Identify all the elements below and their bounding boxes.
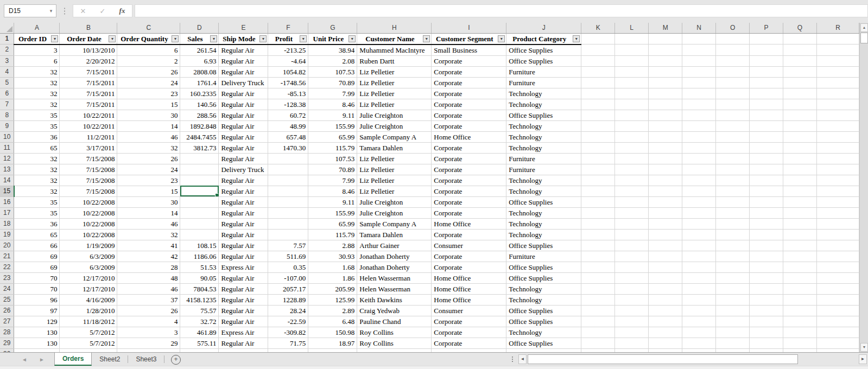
cell-E5[interactable]: Delivery Truck — [219, 77, 268, 88]
cell-J7[interactable]: Technology — [506, 99, 581, 110]
column-header-P[interactable]: P — [750, 23, 783, 33]
cell-H27[interactable]: Pauline Chand — [357, 316, 432, 327]
cell-J6[interactable]: Technology — [506, 88, 581, 99]
cell-P6[interactable] — [750, 88, 783, 99]
header-cell[interactable]: Product Category▾ — [506, 33, 581, 44]
row-header-29[interactable]: 29 — [0, 338, 14, 348]
cell-P7[interactable] — [750, 99, 783, 110]
cell-N11[interactable] — [682, 142, 716, 153]
cell-R5[interactable] — [816, 77, 859, 88]
cell-O8[interactable] — [716, 110, 750, 120]
cell-P24[interactable] — [750, 283, 783, 294]
cell-O12[interactable] — [716, 153, 750, 164]
cell-C2[interactable]: 6 — [117, 44, 180, 56]
cell-H21[interactable]: Jonathan Doherty — [357, 251, 432, 262]
cell-P13[interactable] — [750, 164, 783, 175]
cell-H6[interactable]: Liz Pelletier — [357, 88, 432, 99]
cell-N27[interactable] — [682, 316, 716, 327]
cell-F2[interactable]: -213.25 — [268, 44, 308, 56]
cell-A9[interactable]: 35 — [14, 120, 60, 131]
cell-G16[interactable]: 9.11 — [308, 196, 357, 207]
cell-A10[interactable]: 36 — [14, 131, 60, 142]
cell-F3[interactable]: -4.64 — [268, 55, 308, 66]
header-cell[interactable]: Sales▾ — [180, 33, 219, 44]
cell-N22[interactable] — [682, 262, 716, 272]
cell-H7[interactable]: Liz Pelletier — [357, 99, 432, 110]
cell-Q2[interactable] — [783, 44, 817, 56]
cell-P21[interactable] — [750, 251, 783, 262]
column-header-R[interactable]: R — [816, 23, 859, 33]
cell-F20[interactable]: 7.57 — [268, 240, 308, 251]
cell-A8[interactable]: 35 — [14, 110, 60, 120]
cell-O7[interactable] — [716, 99, 750, 110]
row-header-10[interactable]: 10 — [0, 131, 14, 142]
cell-K17[interactable] — [581, 207, 615, 218]
cell-F30[interactable] — [268, 348, 308, 352]
cell-H25[interactable]: Keith Dawkins — [357, 294, 432, 305]
column-header-I[interactable]: I — [432, 23, 506, 33]
cell-R7[interactable] — [816, 99, 859, 110]
cell-D20[interactable]: 108.15 — [180, 240, 219, 251]
cell-D15[interactable] — [180, 186, 219, 196]
cell-N10[interactable] — [682, 131, 716, 142]
cell-J11[interactable]: Technology — [506, 142, 581, 153]
cell-Q18[interactable] — [783, 218, 817, 229]
cell-C14[interactable]: 23 — [117, 175, 180, 186]
cell-J8[interactable]: Office Supplies — [506, 110, 581, 120]
cell-B21[interactable]: 6/3/2009 — [60, 251, 117, 262]
cell-N3[interactable] — [682, 55, 716, 66]
cell-B25[interactable]: 4/16/2009 — [60, 294, 117, 305]
cell-R23[interactable] — [816, 272, 859, 283]
cell-N19[interactable] — [682, 229, 716, 240]
cell-Q8[interactable] — [783, 110, 817, 120]
cell-E16[interactable]: Regular Air — [219, 196, 268, 207]
cell-H22[interactable]: Jonathan Doherty — [357, 262, 432, 272]
cell-P4[interactable] — [750, 66, 783, 77]
column-header-Q[interactable]: Q — [783, 23, 817, 33]
cell-A3[interactable]: 6 — [14, 55, 60, 66]
cell-G13[interactable]: 70.89 — [308, 164, 357, 175]
cell-L8[interactable] — [615, 110, 649, 120]
cell-J23[interactable]: Office Supplies — [506, 272, 581, 283]
cell-I13[interactable]: Corporate — [432, 164, 506, 175]
cell-E26[interactable]: Regular Air — [219, 305, 268, 316]
cell-F15[interactable] — [268, 186, 308, 196]
column-header-L[interactable]: L — [615, 23, 649, 33]
cell-E12[interactable]: Regular Air — [219, 153, 268, 164]
cell-L6[interactable] — [615, 88, 649, 99]
cell-K29[interactable] — [581, 338, 615, 348]
cell-B29[interactable]: 5/7/2012 — [60, 338, 117, 348]
cell-G9[interactable]: 155.99 — [308, 120, 357, 131]
cell-F27[interactable]: -22.59 — [268, 316, 308, 327]
cell-K24[interactable] — [581, 283, 615, 294]
cell-D24[interactable]: 7804.53 — [180, 283, 219, 294]
cell-Q22[interactable] — [783, 262, 817, 272]
cell-M30[interactable] — [649, 348, 682, 352]
cell-M5[interactable] — [649, 77, 682, 88]
cell-J5[interactable]: Furniture — [506, 77, 581, 88]
cell-L16[interactable] — [615, 196, 649, 207]
cell-B4[interactable]: 7/15/2011 — [60, 66, 117, 77]
cell-C9[interactable]: 14 — [117, 120, 180, 131]
scroll-up-icon[interactable]: ▲ — [860, 23, 868, 32]
cell-J29[interactable]: Office Supplies — [506, 338, 581, 348]
cell-I20[interactable]: Consumer — [432, 240, 506, 251]
cell-A18[interactable]: 36 — [14, 218, 60, 229]
cell-I30[interactable] — [432, 348, 506, 352]
cell-I26[interactable]: Consumer — [432, 305, 506, 316]
cell-M21[interactable] — [649, 251, 682, 262]
cell-C22[interactable]: 28 — [117, 262, 180, 272]
cell-A26[interactable]: 97 — [14, 305, 60, 316]
cell-N13[interactable] — [682, 164, 716, 175]
cell-C17[interactable]: 14 — [117, 207, 180, 218]
cell-M23[interactable] — [649, 272, 682, 283]
cell-I5[interactable]: Corporate — [432, 77, 506, 88]
cell-K16[interactable] — [581, 196, 615, 207]
cell[interactable] — [816, 33, 859, 44]
cell-M18[interactable] — [649, 218, 682, 229]
cell-H26[interactable]: Craig Yedwab — [357, 305, 432, 316]
cell-E29[interactable]: Regular Air — [219, 338, 268, 348]
cell-M7[interactable] — [649, 99, 682, 110]
cell-K30[interactable] — [581, 348, 615, 352]
cell-Q26[interactable] — [783, 305, 817, 316]
